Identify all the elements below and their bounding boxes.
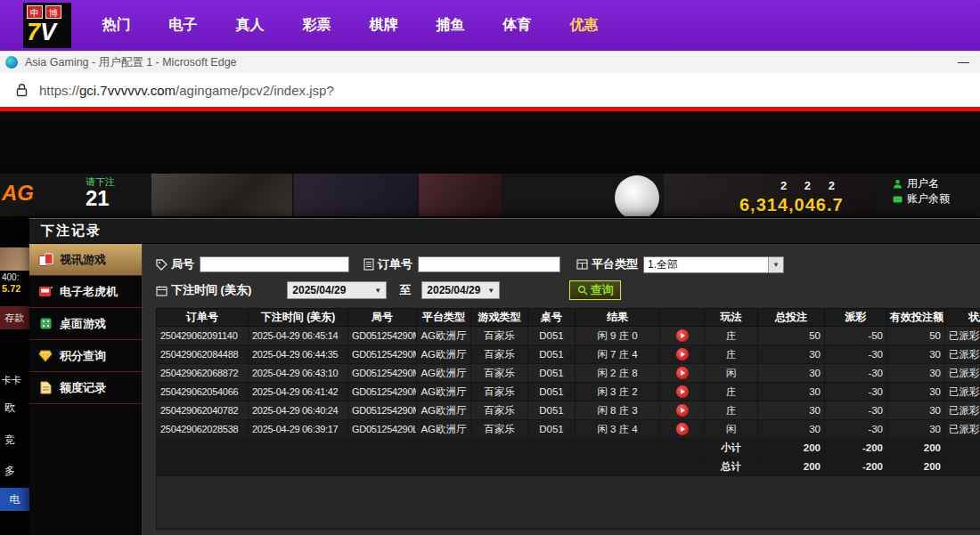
chevron-down-icon: ▼ <box>487 287 494 295</box>
column-header-result: 结果 <box>576 309 660 327</box>
play-video-button[interactable] <box>676 385 689 398</box>
column-header-replay <box>660 309 705 327</box>
play-video-button[interactable] <box>676 329 689 342</box>
nav-item-fishing[interactable]: 捕鱼 <box>417 16 484 35</box>
logo-badges: 申 博 <box>27 5 68 19</box>
nav-item-promo[interactable]: 优惠 <box>551 16 617 35</box>
balance-label: 账户余额 <box>907 191 950 207</box>
nav-item-sports[interactable]: 体育 <box>484 16 551 35</box>
search-button[interactable]: 查询 <box>569 280 621 300</box>
platform-type-select[interactable]: 1.全部 ▼ <box>643 256 784 273</box>
table-row: 250429062040782 2025-04-29 06:40:24 GD05… <box>157 401 980 420</box>
sidebar-item-label: 电子老虎机 <box>60 284 118 300</box>
strip-fragment-amount: 5.72 <box>2 283 20 294</box>
sidebar-item-points-query[interactable]: 积分查询 <box>29 340 142 372</box>
cell-order: 250429062054066 <box>157 383 249 401</box>
cell-game: 百家乐 <box>471 345 528 364</box>
minimize-button[interactable]: — <box>958 55 969 69</box>
sidebar-item-credit-records[interactable]: 额度记录 <box>29 372 142 404</box>
subtotal-bet: 200 <box>758 439 825 458</box>
top-nav: 申 博 7V 热门 电子 真人 彩票 棋牌 捕鱼 体育 优惠 <box>0 0 980 51</box>
cell-round: GD051254290M3 <box>348 383 417 401</box>
play-video-button[interactable] <box>676 367 689 379</box>
nav-item-lottery[interactable]: 彩票 <box>283 16 350 35</box>
bet-records-table: 订单号 下注时间 (美东) 局号 平台类型 游戏类型 桌号 结果 玩法 总投注 … <box>156 308 980 530</box>
bet-countdown-box: 请下注 21 <box>86 175 150 208</box>
cell-payout: -30 <box>825 401 887 420</box>
cell-platform: AG欧洲厅 <box>417 364 471 383</box>
sidebar-item-video-games[interactable]: 视讯游戏 <box>29 244 142 276</box>
logo-badge-bo: 博 <box>45 5 61 19</box>
url-host: gci.7vvvvvv.com <box>79 83 176 98</box>
cell-payout: -30 <box>825 345 887 364</box>
url-path: /agingame/pcv2/index.jsp? <box>176 83 334 98</box>
game-banner-strip: AG 请下注 21 2 2 2 6,314,046.7 用户名 账户余额 <box>0 174 980 216</box>
cell-game: 百家乐 <box>471 364 528 383</box>
logo-badge-shen: 申 <box>27 5 43 19</box>
cell-platform: AG欧洲厅 <box>417 383 471 401</box>
search-icon <box>577 285 588 296</box>
column-header-total-bet: 总投注 <box>758 309 825 327</box>
total-bet: 200 <box>758 458 825 476</box>
filter-row-2: 下注时间 (美东) 2025/04/29 ▼ 至 2025/04/29 ▼ 查询 <box>156 280 980 300</box>
cell-round: GD051254290LZ <box>348 420 417 439</box>
strip-fragment-menu-1: 欧 <box>4 401 15 416</box>
date-from-picker[interactable]: 2025/04/29 ▼ <box>287 281 387 299</box>
cell-round: GD051254290M8 <box>348 327 417 345</box>
document-icon <box>37 380 53 395</box>
nav-item-board[interactable]: 棋牌 <box>350 16 417 35</box>
order-filter-label: 订单号 <box>363 256 412 272</box>
strip-fragment-menu-4: 电 <box>0 488 29 511</box>
cell-payout: -30 <box>825 364 887 383</box>
sidebar-item-table-games[interactable]: 桌面游戏 <box>29 308 142 340</box>
nav-item-live[interactable]: 真人 <box>216 16 283 35</box>
strip-fragment-deposit[interactable]: 存款 <box>0 306 29 329</box>
table-empty-area <box>157 476 980 530</box>
cell-play: 闲 <box>705 420 758 439</box>
cell-result: 闲 3 庄 4 <box>576 420 660 439</box>
strip-fragment-menu-3: 多 <box>4 464 15 479</box>
cell-table: D051 <box>528 364 576 383</box>
cell-game: 百家乐 <box>471 401 528 420</box>
browser-urlbar[interactable]: https://gci.7vvvvvv.com/agingame/pcv2/in… <box>0 73 980 107</box>
order-doc-icon <box>363 258 374 271</box>
site-logo[interactable]: 申 博 7V <box>23 3 71 48</box>
cell-round: GD051254290M1 <box>348 401 417 420</box>
play-video-button[interactable] <box>676 423 689 435</box>
round-number-input[interactable] <box>200 256 349 272</box>
tag-icon <box>156 259 167 271</box>
cell-valid-bet: 30 <box>887 401 945 420</box>
platform-filter-label: 平台类型 <box>576 256 638 272</box>
play-video-button[interactable] <box>676 348 689 361</box>
dealer-photo-fragment <box>0 247 29 271</box>
date-to-picker[interactable]: 2025/04/29 ▼ <box>421 281 500 299</box>
total-payout: -200 <box>825 458 887 476</box>
sidebar-item-slot-machines[interactable]: 电子老虎机 <box>29 276 142 308</box>
window-title: Asia Gaming - 用户配置 1 - Microsoft Edge <box>25 55 237 70</box>
column-header-table: 桌号 <box>528 309 576 327</box>
dice-icon <box>37 316 53 331</box>
play-video-button[interactable] <box>676 404 689 417</box>
cell-table: D051 <box>528 383 576 401</box>
modal-title: 下注记录 <box>29 219 980 244</box>
column-header-round: 局号 <box>348 309 417 327</box>
cell-platform: AG欧洲厅 <box>417 420 471 439</box>
chevron-down-icon[interactable]: ▼ <box>768 257 783 272</box>
platform-selected-value: 1.全部 <box>648 257 678 272</box>
sidebar-item-label: 积分查询 <box>60 348 106 364</box>
calendar-icon <box>156 285 167 296</box>
cell-platform: AG欧洲厅 <box>417 327 471 345</box>
browser-titlebar: Asia Gaming - 用户配置 1 - Microsoft Edge — <box>0 51 980 73</box>
cell-status: 已派彩 <box>945 401 980 420</box>
table-row: 250429062054066 2025-04-29 06:41:42 GD05… <box>157 383 980 401</box>
table-header-row: 订单号 下注时间 (美东) 局号 平台类型 游戏类型 桌号 结果 玩法 总投注 … <box>157 309 980 327</box>
table-result-digits: 2 2 2 <box>780 179 842 192</box>
order-number-input[interactable] <box>418 256 560 272</box>
table-row: 250429062084488 2025-04-29 06:44:35 GD05… <box>157 345 980 364</box>
cell-play: 庄 <box>705 401 758 420</box>
cell-status: 已派彩 <box>945 345 980 364</box>
nav-item-hot[interactable]: 热门 <box>83 16 150 35</box>
round-filter-label: 局号 <box>156 256 194 272</box>
logo-text: 7V <box>27 19 68 46</box>
nav-item-slots[interactable]: 电子 <box>150 16 216 35</box>
